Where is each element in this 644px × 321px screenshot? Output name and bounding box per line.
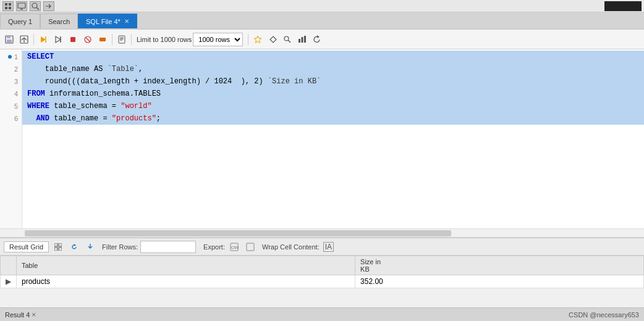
h-scroll-thumb[interactable] [25,230,451,236]
svg-line-28 [288,40,290,43]
svg-rect-30 [302,37,303,43]
result-grid-tab[interactable]: Result Grid [4,241,49,252]
code-line-5: WHERE table_schema = "world" [22,100,644,112]
tab-bar: Query 1 Search SQL File 4* ✕ [0,12,644,30]
execute-button[interactable] [36,33,50,46]
svg-text:CSV: CSV [231,246,239,249]
svg-rect-36 [59,248,62,251]
svg-rect-3 [9,7,11,9]
icon-query[interactable] [30,1,41,11]
svg-rect-34 [59,243,62,246]
beautify-button[interactable] [115,33,129,46]
svg-rect-10 [7,40,12,43]
search-toolbar-button[interactable] [281,33,294,46]
tab-query1[interactable]: Query 1 [0,14,40,28]
export-xls-icon[interactable] [244,240,257,254]
svg-marker-13 [41,36,46,43]
stop-alt-button[interactable] [96,33,109,46]
svg-rect-0 [5,3,7,6]
save-button[interactable] [2,33,16,46]
line-num-5: 5 [0,100,22,112]
tab-close-icon[interactable]: ✕ [124,18,129,25]
row-expand-arrow[interactable]: ▶ [1,275,17,288]
svg-rect-29 [299,39,300,43]
svg-rect-9 [7,36,11,38]
export-label: Export: [203,243,225,251]
svg-line-19 [86,38,90,41]
svg-line-7 [36,7,39,10]
toolbar-sep-3 [131,34,132,45]
explain-button[interactable] [51,33,65,46]
svg-rect-4 [18,3,25,8]
svg-rect-20 [100,38,106,41]
svg-rect-31 [304,36,306,43]
filter-input[interactable] [140,241,196,253]
svg-rect-21 [119,36,125,43]
icon-grid[interactable] [2,1,14,11]
svg-rect-33 [54,243,57,246]
toolbar-sep-2 [112,34,112,45]
stop-execute-button[interactable] [66,33,80,46]
line-num-6: 6 [0,112,22,125]
horizontal-scrollbar[interactable] [0,228,644,237]
limit-dropdown: Limit to 1000 rows 1000 rows [137,33,243,46]
svg-rect-5 [20,9,23,10]
result-tab-close-icon[interactable]: ✕ [32,312,36,318]
limit-select[interactable]: 1000 rows [193,33,243,46]
svg-marker-26 [270,36,276,43]
stop-button[interactable] [81,33,95,46]
top-right-box [604,1,642,11]
csdn-watermark: CSDN @necessary653 [569,311,639,319]
svg-marker-32 [317,35,320,38]
line-num-4: 4 [0,88,22,100]
svg-rect-2 [5,7,7,9]
code-line-1: SELECT [22,51,644,63]
results-table-wrap: Table Size inKB ▶ products 352.00 [0,256,644,288]
code-line-6: AND table_name = "products"; [22,112,644,125]
breakpoint-dot [8,55,12,59]
code-line-4: FROM information_schema.TABLES [22,88,644,100]
svg-rect-40 [247,243,254,251]
svg-marker-37 [74,244,76,246]
result-refresh-icon[interactable] [67,240,81,254]
cell-size: 352.00 [355,275,644,288]
limit-label: Limit to 1000 rows [137,36,192,43]
svg-rect-35 [54,248,57,251]
result-export-icon[interactable] [83,240,97,254]
tab-sqlfile4[interactable]: SQL File 4* ✕ [78,14,137,28]
star-button[interactable] [251,33,265,46]
line-num-1: 1 [0,51,22,63]
svg-point-6 [32,3,37,8]
result-grid-icon[interactable] [51,240,65,254]
editor-area: 1 2 3 4 5 6 SELECT table_name AS `Table`… [0,49,644,228]
save-alt-button[interactable] [17,33,31,46]
filter-label: Filter Rows: [102,243,138,251]
query-stats-button[interactable] [295,33,309,46]
svg-rect-17 [70,37,75,42]
code-line-2: table_name AS `Table`, [22,63,644,75]
status-bar: Result 4 ✕ CSDN @necessary653 [0,307,644,321]
toolbar-sep-4 [248,34,248,45]
svg-marker-15 [56,36,61,43]
wrap-label: Wrap Cell Content: [262,243,320,251]
wrap-icon[interactable]: IA [323,242,334,252]
eraser-button[interactable] [266,33,279,46]
refresh-button[interactable] [310,33,324,46]
top-icon-bar [0,0,644,12]
col-table: Table [17,256,355,275]
line-numbers: 1 2 3 4 5 6 [0,49,22,228]
code-content[interactable]: SELECT table_name AS `Table`, round(((da… [22,49,644,228]
svg-rect-1 [9,3,11,6]
icon-arrow[interactable] [43,1,54,11]
code-line-3: round(((data_length + index_length) / 10… [22,75,644,88]
export-csv-icon[interactable]: CSV [227,240,241,254]
result-tab[interactable]: Result 4 ✕ [5,311,36,319]
svg-point-27 [284,36,289,41]
tab-search[interactable]: Search [40,14,78,28]
col-size: Size inKB [355,256,644,275]
result-tab-label: Result 4 [5,311,30,319]
col-arrow [1,256,17,275]
cell-table: products [17,275,355,288]
icon-monitor[interactable] [16,1,27,11]
results-toolbar: Result Grid Filter Rows: Export: CSV Wra… [0,238,644,256]
